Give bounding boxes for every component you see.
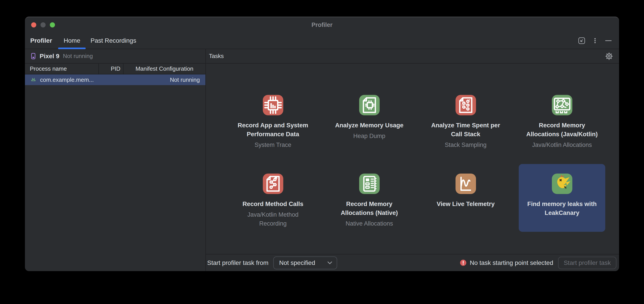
table-row-process[interactable]: com.example.mem... Not running <box>25 74 206 85</box>
close-window-button[interactable] <box>31 22 36 27</box>
title-bar: Profiler <box>25 17 619 33</box>
telemetry-chart-icon <box>456 173 476 194</box>
memory-module-icon <box>552 95 572 115</box>
zoom-window-button[interactable] <box>50 22 55 27</box>
gear-icon[interactable] <box>604 52 614 61</box>
tasks-header: Tasks <box>206 49 619 64</box>
device-status: Not running <box>63 53 93 60</box>
process-list-panel: Pixel 9 Not running Process name PID Man… <box>25 49 206 271</box>
tool-window-title: Profiler <box>30 37 52 44</box>
tasks-panel: Tasks <box>206 49 619 271</box>
start-profiler-task-button[interactable]: Start profiler task <box>558 257 616 269</box>
tab-home[interactable]: Home <box>64 33 80 49</box>
column-manifest-configuration[interactable]: Manifest Configuration <box>124 64 206 74</box>
warning-text: No task starting point selected <box>470 259 553 267</box>
traffic-lights <box>31 22 55 27</box>
embed-window-icon[interactable] <box>577 36 586 46</box>
task-card-leakcanary[interactable]: Find memory leaks with LeakCanary <box>519 164 605 232</box>
document-callstack-icon <box>456 95 476 115</box>
column-process-name[interactable]: Process name <box>25 64 99 74</box>
minimize-window-button[interactable] <box>40 22 46 27</box>
task-card-heap-dump[interactable]: Analyze Memory Usage Heap Dump <box>326 85 412 153</box>
leakcanary-bird-icon <box>552 173 572 194</box>
minimize-icon[interactable] <box>604 36 613 46</box>
task-card-stack-sampling[interactable]: Analyze Time Spent per Call Stack Stack … <box>422 85 509 153</box>
window-title: Profiler <box>25 21 619 28</box>
device-header: Pixel 9 Not running <box>25 49 206 64</box>
device-name: Pixel 9 <box>40 53 60 60</box>
start-point-value: Not specified <box>279 259 315 267</box>
error-icon <box>460 259 467 266</box>
document-chip-icon <box>359 95 380 115</box>
document-methods-icon <box>263 173 283 194</box>
process-status: Not running <box>170 76 200 83</box>
more-options-icon[interactable] <box>590 36 600 46</box>
tab-bar: Profiler Home Past Recordings <box>25 33 619 49</box>
task-card-native-allocations[interactable]: Record Memory Allocations (Native) Nativ… <box>326 164 412 232</box>
task-footer-bar: Start profiler task from Not specified <box>206 254 619 271</box>
task-card-java-kotlin-allocations[interactable]: Record Memory Allocations (Java/Kotlin) … <box>519 85 605 153</box>
profiler-window: Profiler Profiler Home Past Recordings <box>25 17 619 271</box>
task-card-system-trace[interactable]: Record App and System Performance Data S… <box>230 85 316 153</box>
task-grid-area: Record App and System Performance Data S… <box>206 64 619 254</box>
tab-past-recordings[interactable]: Past Recordings <box>90 33 136 49</box>
column-pid[interactable]: PID <box>99 64 124 74</box>
task-card-live-telemetry[interactable]: View Live Telemetry <box>422 164 509 232</box>
native-list-icon <box>359 173 380 194</box>
device-icon <box>29 52 37 60</box>
task-card-method-recording[interactable]: Record Method Calls Java/Kotlin Method R… <box>230 164 316 232</box>
start-point-dropdown[interactable]: Not specified <box>273 256 337 269</box>
start-from-label: Start profiler task from <box>207 259 268 267</box>
cpu-chart-icon <box>263 95 283 115</box>
process-table-header: Process name PID Manifest Configuration <box>25 64 206 74</box>
process-name: com.example.mem... <box>40 76 94 83</box>
chevron-down-icon <box>327 261 332 265</box>
android-icon <box>30 76 37 83</box>
tasks-title: Tasks <box>209 53 224 60</box>
